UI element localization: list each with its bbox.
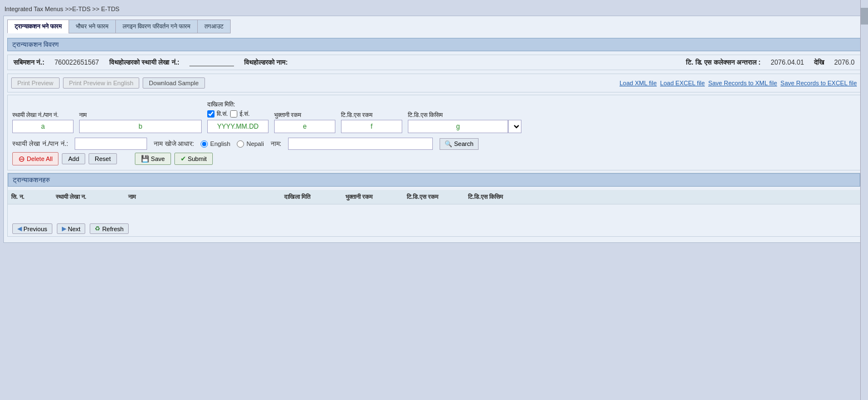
withholder-pan-label: विथहोल्डरको स्थायी लेखा नं.: <box>109 58 179 66</box>
first-form-row: स्थायी लेखा नं./पान नं. नाम दाखिला मिति:… <box>12 101 856 133</box>
second-form-row: स्थायी लेखा नं./पान नं.: नाम खोजे आधार: … <box>12 138 856 150</box>
date-label-row: दाखिला मिति: <box>207 101 269 108</box>
col-name: नाम <box>125 192 281 202</box>
action-buttons-row: ⊖ Delete All Add Reset 💾 Save ✔ Submit <box>12 152 856 165</box>
tds-collection-value: 2076.04.01 <box>771 58 804 66</box>
previous-icon: ◀ <box>17 225 22 232</box>
radio-english-group: English <box>201 140 230 148</box>
col-tds-amount: टि.डि.एस रकम <box>403 192 465 202</box>
second-pan-label: स्थायी लेखा नं./पान नं.: <box>12 140 68 148</box>
tabs-row: ट्रान्याकशन भने फारम भौचर भने फारम लगइन … <box>7 19 861 33</box>
withholder-name-label: विथहोल्डरको नाम: <box>244 58 287 66</box>
delete-icon: ⊖ <box>18 154 25 163</box>
tds-amount-label: टि.डि.एस रकम <box>341 111 402 119</box>
transaction-section-header: ट्रान्याकशन विवरण <box>7 38 861 51</box>
name-input[interactable] <box>79 120 202 133</box>
save-button[interactable]: 💾 Save <box>135 153 171 165</box>
load-xml-button[interactable]: Load XML file <box>620 80 657 86</box>
col-date: दाखिला मिति <box>281 192 342 202</box>
save-icon: 💾 <box>141 155 149 163</box>
pan-label: स्थायी लेखा नं./पान नं. <box>12 111 74 119</box>
tds-to-label: देखि <box>814 58 824 66</box>
col-pan: स्थायी लेखा न. <box>52 192 125 202</box>
submit-button[interactable]: ✔ Submit <box>174 153 213 165</box>
payment-input[interactable] <box>274 120 335 133</box>
name-search-label: नाम खोजे आधार: <box>154 140 194 148</box>
name-search-input[interactable] <box>288 138 433 150</box>
name-group: नाम <box>79 111 202 133</box>
tds-collection-label: टि. डि. एस कलेक्सन अन्तराल : <box>686 58 760 66</box>
name-label: नाम <box>79 111 202 119</box>
tab-login-details[interactable]: लगइन विवरण परिवर्तन गने फारम <box>115 19 197 33</box>
entry-date-label: दाखिला मिति: <box>207 101 235 108</box>
tds-amount-group: टि.डि.एस रकम <box>341 111 402 133</box>
tab-logout[interactable]: तगआउट <box>197 19 231 33</box>
submission-label: सबिमशन नं.: <box>13 58 45 66</box>
withholder-pan-value <box>189 58 234 66</box>
pan-input[interactable] <box>12 120 74 133</box>
scrollbar[interactable] <box>860 0 868 400</box>
toolbar-row: Print Preview Print Preview in English D… <box>7 74 861 92</box>
col-sn: सि. न. <box>8 192 52 202</box>
search-button[interactable]: 🔍 Search <box>440 138 479 150</box>
next-icon: ▶ <box>62 225 66 232</box>
breadcrumb: Integrated Tax Menus >>E-TDS >> E-TDS <box>3 3 865 16</box>
submission-value: 760022651567 <box>55 58 99 66</box>
refresh-icon: ♻ <box>95 225 100 232</box>
content-panel: ट्रान्याकशन भने फारम भौचर भने फारम लगइन … <box>3 16 865 243</box>
main-form-panel: स्थायी लेखा नं./पान नं. नाम दाखिला मिति:… <box>7 95 861 170</box>
radio-nepali-label: Nepali <box>246 140 264 147</box>
tab-transaction-form[interactable]: ट्रान्याकशन भने फारम <box>7 19 69 33</box>
date-group: दाखिला मिति: वि.सं. ई.सं. <box>207 101 269 133</box>
date-input[interactable] <box>207 120 269 133</box>
payment-group: भुक्तानी रकम <box>274 111 335 133</box>
second-pan-input[interactable] <box>75 138 147 150</box>
print-preview-button[interactable]: Print Preview <box>11 77 60 89</box>
transactions-section: ट्रान्याकशनहरु सि. न. स्थायी लेखा न. नाम… <box>7 173 861 237</box>
refresh-button[interactable]: ♻ Refresh <box>90 223 129 234</box>
reset-button[interactable]: Reset <box>89 153 117 164</box>
pan-group: स्थायी लेखा नं./पान नं. <box>12 111 74 133</box>
tds-type-label: टि.डि.एस किसिम <box>408 111 521 119</box>
main-container: Integrated Tax Menus >>E-TDS >> E-TDS ट्… <box>0 0 868 400</box>
bs-checkbox[interactable] <box>207 110 214 118</box>
load-excel-button[interactable]: Load EXCEL file <box>660 80 705 86</box>
tab-voucher-form[interactable]: भौचर भने फारम <box>69 19 115 33</box>
next-button[interactable]: ▶ Next <box>57 223 86 234</box>
bs-label: वि.सं. <box>217 110 228 118</box>
save-excel-button[interactable]: Save Records to EXCEL file <box>781 80 857 86</box>
download-sample-button[interactable]: Download Sample <box>143 77 204 89</box>
col-payment: भुक्तानी रकम <box>342 192 403 202</box>
submit-icon: ✔ <box>181 155 186 163</box>
payment-label: भुक्तानी रकम <box>274 111 335 119</box>
tds-to-value: 2076.0 <box>834 58 855 66</box>
radio-english[interactable] <box>201 140 208 148</box>
radio-nepali-group: Nepali <box>237 140 264 148</box>
delete-all-button[interactable]: ⊖ Delete All <box>12 152 58 165</box>
print-preview-english-button[interactable]: Print Preview in English <box>63 77 140 89</box>
info-row: सबिमशन नं.: 760022651567 विथहोल्डरको स्थ… <box>7 55 861 70</box>
name-search-field-label: नाम: <box>271 140 281 148</box>
radio-english-label: English <box>210 140 230 147</box>
tds-type-select[interactable] <box>508 120 521 133</box>
tds-amount-input[interactable] <box>341 120 402 133</box>
previous-button[interactable]: ◀ Previous <box>12 223 52 234</box>
table-body <box>8 204 860 221</box>
search-icon: 🔍 <box>445 140 452 148</box>
nav-row: ◀ Previous ▶ Next ♻ Refresh <box>8 221 860 236</box>
col-tds-type: टि.डि.एस किसिम <box>465 192 537 202</box>
table-header: सि. न. स्थायी लेखा न. नाम दाखिला मिति भु… <box>8 190 860 204</box>
transactions-header: ट्रान्याकशनहरु <box>8 173 860 187</box>
ad-label: ई.सं. <box>240 110 250 118</box>
tds-type-group: टि.डि.एस किसिम <box>408 111 521 133</box>
save-xml-button[interactable]: Save Records to XML file <box>708 80 777 86</box>
ad-checkbox[interactable] <box>230 110 237 118</box>
scrollbar-thumb[interactable] <box>861 8 868 25</box>
add-button[interactable]: Add <box>62 153 85 164</box>
tds-type-input[interactable] <box>408 120 508 133</box>
radio-nepali[interactable] <box>237 140 244 148</box>
